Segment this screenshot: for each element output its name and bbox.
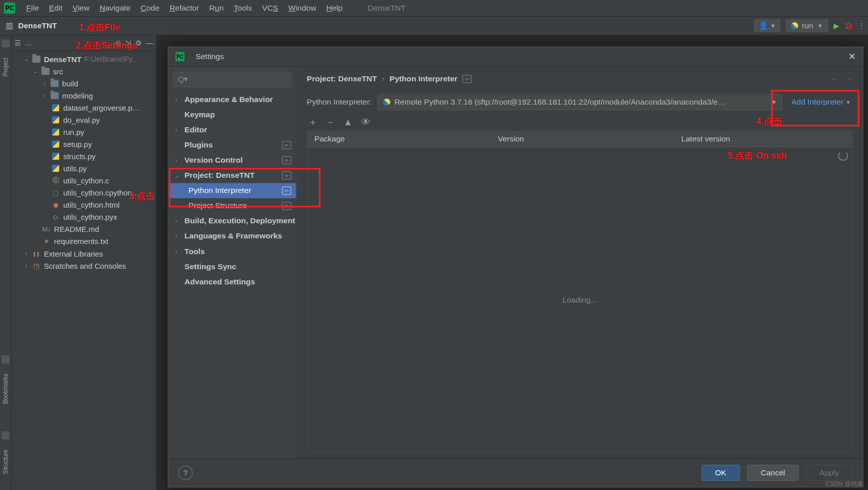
tree-file[interactable]: ⓒutils_cython.c [12,174,156,186]
tree-readme[interactable]: M↓README.md [12,223,156,235]
tree-file[interactable]: ◉utils_cython.html [12,199,156,211]
python-icon [383,99,390,106]
menu-refactor[interactable]: Refactor [165,0,205,16]
interpreter-value: Remote Python 3.7.16 (sftp://root@192.16… [394,97,726,107]
menu-help[interactable]: Help [321,0,347,16]
expand-icon[interactable]: ⇲ [125,39,131,47]
project-tree[interactable]: ⌄ DenseTNT F:\JetBrains\Py… ⌄src ›build … [12,51,156,490]
tree-file[interactable]: utils.py [12,162,156,174]
interpreter-selector[interactable]: Remote Python 3.7.16 (sftp://root@192.16… [378,94,782,110]
tree-file[interactable]: structs.py [12,150,156,162]
debug-button[interactable]: 🐞 [844,22,853,30]
hide-icon[interactable]: — [146,39,153,47]
app-icon: PC [4,3,15,14]
rail-label-bookmarks[interactable]: Bookmarks [2,374,9,404]
settings-vcs[interactable]: ›Version Control▭ [168,153,296,168]
menu-code[interactable]: Code [135,0,164,16]
tree-file[interactable]: do_eval.py [12,114,156,126]
package-toolbar: ＋ － ▲ 👁 [297,113,863,131]
add-package-button[interactable]: ＋ [308,117,318,127]
menu-run[interactable]: Run [204,0,229,16]
more-run-button[interactable]: ⋮ [858,22,865,30]
rail-label-structure[interactable]: Structure [2,450,9,474]
settings-lang[interactable]: ›Languages & Frameworks [168,228,296,243]
dialog-titlebar: PC Settings ✕ [168,47,862,67]
close-icon[interactable]: ✕ [848,51,856,62]
breadcrumb-project[interactable]: Project: DenseTNT [307,74,377,83]
target-icon[interactable]: ◎ [115,39,121,47]
back-icon[interactable]: ← [831,74,839,83]
person-icon: 👤 [758,21,768,30]
col-latest[interactable]: Latest version [674,134,852,143]
menu-view[interactable]: View [68,0,94,16]
project-lines-icon[interactable]: ☰ [15,39,21,47]
project-panel: ☰ ... ◎ ⇲ ⚙ — ⌄ DenseTNT F:\JetBrains\Py… [12,35,157,490]
chevron-down-icon: ▼ [818,23,823,29]
forward-icon[interactable]: → [845,74,853,83]
settings-content: Project: DenseTNT › Python Interpreter ▭… [297,67,863,458]
bookmarks-tool-icon[interactable] [2,356,10,364]
tree-src[interactable]: ⌄src [12,65,156,77]
menu-window[interactable]: Window [283,0,321,16]
tree-file[interactable]: ⬚utils_cython.cpython… [12,186,156,199]
rail-label-project[interactable]: Project [2,58,9,76]
settings-appearance[interactable]: ›Appearance & Behavior [168,92,296,107]
breadcrumb-interp: Python Interpreter [390,74,457,83]
ok-button[interactable]: OK [701,465,740,481]
cancel-button[interactable]: Cancel [747,465,798,481]
tree-build[interactable]: ›build [12,77,156,89]
upgrade-package-button[interactable]: ▲ [343,117,353,127]
tree-file[interactable]: ◇utils_cython.pyx [12,211,156,223]
menu-navigate[interactable]: Navigate [94,0,135,16]
dialog-title: Settings [195,52,224,61]
tree-file[interactable]: run.py [12,126,156,138]
settings-tools[interactable]: ›Tools [168,243,296,259]
tree-file[interactable]: setup.py [12,138,156,150]
settings-plugins[interactable]: Plugins▭ [168,137,296,153]
settings-keymap[interactable]: Keymap [168,107,296,122]
col-package[interactable]: Package [308,134,491,143]
settings-python-interpreter[interactable]: Python Interpreter▭ [168,183,296,198]
menu-edit[interactable]: Edit [44,0,68,16]
scope-badge-icon: ▭ [282,171,291,179]
settings-advanced[interactable]: Advanced Settings [168,274,296,289]
menu-tools[interactable]: Tools [229,0,257,16]
settings-sync[interactable]: Settings Sync [168,259,296,274]
chevron-down-icon: ▾ [847,99,850,106]
spinner-icon [838,151,848,161]
settings-search-input[interactable]: Q▾ [173,72,291,87]
settings-project-structure[interactable]: Project Structure▭ [168,198,296,213]
user-chip[interactable]: 👤 ▼ [754,19,780,32]
add-interpreter-button[interactable]: Add Interpreter ▾ [788,97,853,107]
app-icon: PC [175,52,184,61]
project-header-label: ... [25,38,32,47]
apply-button[interactable]: Apply [806,465,853,481]
structure-tool-icon[interactable] [2,431,10,439]
show-early-button[interactable]: 👁 [361,117,371,127]
settings-build[interactable]: ›Build, Execution, Deployment [168,213,296,228]
tree-file[interactable]: dataset_argoverse.p… [12,102,156,114]
settings-project[interactable]: ⌄Project: DenseTNT▭ [168,168,296,183]
settings-editor[interactable]: ›Editor [168,122,296,137]
run-config-selector[interactable]: run ▼ [785,19,828,32]
help-button[interactable]: ? [178,466,192,480]
remove-package-button[interactable]: － [326,117,335,127]
col-version[interactable]: Version [491,134,674,143]
settings-dialog: PC Settings ✕ Q▾ ›Appearance & Behavior … [168,46,863,487]
chevron-down-icon: ▼ [770,23,776,29]
scope-badge-icon: ▭ [282,156,291,164]
tree-requirements[interactable]: ≡requirements.txt [12,235,156,247]
search-icon: Q▾ [178,75,188,84]
menu-vcs[interactable]: VCS [257,0,283,16]
gear-icon[interactable]: ⚙ [135,39,142,47]
tree-root[interactable]: ⌄ DenseTNT F:\JetBrains\Py… [12,53,156,65]
project-tool-icon[interactable] [2,39,10,47]
menu-file[interactable]: File [21,0,44,16]
tree-ext-libs[interactable]: ›⫿⫿External Libraries [12,247,156,259]
tree-modeling[interactable]: ›modeling [12,89,156,102]
tree-scratches[interactable]: ›◳Scratches and Consoles [12,260,156,272]
python-icon [791,22,798,29]
breadcrumb-project[interactable]: DenseTNT [18,21,57,30]
settings-tree[interactable]: ›Appearance & Behavior Keymap ›Editor Pl… [168,92,296,458]
run-button[interactable]: ▶ [834,22,839,30]
